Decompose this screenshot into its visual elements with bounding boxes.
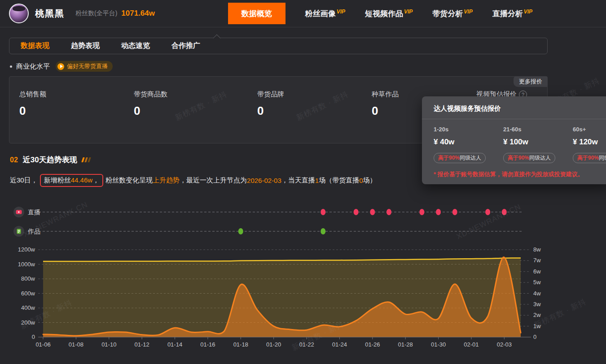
axis-tick-label: 01-22 (299, 341, 314, 348)
quote-col-60s-plus: 60s+ ¥ 120w 高于90% 同级达人 (573, 126, 606, 163)
avatar[interactable] (9, 4, 29, 23)
tab-fans-portrait[interactable]: 粉丝画像VIP (305, 0, 345, 27)
live-event-dot[interactable] (370, 209, 375, 215)
subnav-item-data-performance[interactable]: 数据表现 (21, 41, 49, 51)
percentile-badge: 高于90% 同级达人 (503, 153, 555, 163)
percentile-badge: 高于90% 同级达人 (573, 153, 606, 163)
axis-tick-label: 1w (533, 323, 541, 329)
tab-commerce-analysis[interactable]: 带货分析VIP (432, 0, 472, 27)
axis-tick-label: 01-16 (200, 341, 215, 348)
section-decoration-ticks (82, 157, 90, 162)
stat-seeding-works: 种草作品 0 (372, 90, 399, 118)
section-number: 02 (10, 156, 18, 164)
axis-tick-label: 01-18 (233, 341, 248, 348)
axis-tick-label: 400w (21, 304, 35, 311)
trend-direction: 上升趋势 (153, 176, 180, 185)
commerce-preference-badge: 偏好无带货直播 (56, 61, 113, 72)
axis-tick-label: 600w (21, 290, 35, 297)
stat-total-sales: 总销售额 0 (19, 90, 46, 118)
vip-badge: VIP (404, 9, 413, 15)
axis-tick-label: 01-24 (332, 341, 347, 348)
tab-short-video-works[interactable]: 短视频作品VIP (365, 0, 413, 27)
popup-title: 达人视频服务预估报价 (422, 96, 606, 119)
header: 桃黑黑 粉丝数(全平台) 1071.64w 数据概览 粉丝画像VIP 短视频作品… (0, 0, 606, 27)
axis-tick-label: 02-03 (497, 341, 512, 348)
axis-tick-label: 02-01 (464, 341, 479, 348)
axis-tick-label: 0 (32, 334, 35, 340)
axis-tick-label: 01-28 (398, 341, 413, 348)
main-nav: 数据概览 粉丝画像VIP 短视频作品VIP 带货分析VIP 直播分析VIP (228, 0, 532, 27)
axis-tick-label: 800w (21, 275, 35, 282)
commercialization-label: 商业化水平 (16, 62, 50, 71)
works-event-dot[interactable] (238, 228, 243, 234)
axis-tick-label: 01-30 (431, 341, 446, 348)
account-name: 桃黑黑 (35, 8, 65, 20)
quote-col-1-20s: 1-20s ¥ 40w 高于90% 同级达人 (434, 126, 503, 163)
axis-tick-label: 3w (533, 301, 541, 308)
live-session-count: 1 (315, 177, 319, 184)
coin-play-icon (57, 63, 64, 70)
new-fans-highlight-box: 新增粉丝44.46w， (40, 174, 103, 187)
axis-tick-label: 1000w (18, 261, 35, 268)
fans-count-label: 粉丝数(全平台) (75, 9, 117, 17)
axis-tick-label: 8w (533, 246, 541, 253)
axis-tick-label: 4w (533, 290, 541, 297)
tab-data-overview[interactable]: 数据概览 (228, 3, 285, 24)
vip-badge: VIP (337, 9, 345, 15)
live-event-dot[interactable] (502, 209, 507, 215)
section-trend-header: 02 近30天趋势表现 (10, 155, 90, 165)
axis-tick-label: 6w (533, 268, 541, 275)
live-event-dot[interactable] (436, 209, 441, 215)
axis-tick-label: 200w (21, 319, 35, 326)
fans-count-value: 1071.64w (121, 9, 155, 18)
more-quotes-button[interactable]: 更多报价 (514, 76, 548, 87)
axis-tick-label: 5w (533, 279, 541, 286)
axis-tick-label: 01-06 (35, 341, 50, 348)
live-event-dot[interactable] (386, 209, 391, 215)
video-quote-popup: 达人视频服务预估报价 1-20s ¥ 40w 高于90% 同级达人 21-60s… (422, 96, 606, 184)
works-event-dot[interactable] (321, 228, 325, 234)
bullet-dot (10, 65, 12, 68)
quote-col-21-60s: 21-60s ¥ 100w 高于90% 同级达人 (503, 126, 573, 163)
quote-disclaimer: * 报价基于账号数据估算，请勿直接作为投放或投资建议。 (434, 170, 584, 178)
subnav: 数据表现 趋势表现 动态速览 合作推广 (9, 38, 548, 54)
axis-tick-label: 0 (533, 334, 536, 340)
live-event-dot[interactable] (419, 209, 424, 215)
cargo-live-count: 0 (359, 177, 363, 184)
vip-badge: VIP (464, 9, 472, 15)
trend-summary-sentence: 近30日， 新增粉丝44.46w， 粉丝数变化呈现 上升趋势 ，最近一次上升节点… (10, 174, 376, 187)
section-title: 近30天趋势表现 (23, 155, 77, 165)
vip-badge: VIP (524, 9, 532, 15)
subnav-item-trend-performance[interactable]: 趋势表现 (71, 41, 100, 51)
subnav-item-activity-overview[interactable]: 动态速览 (121, 41, 150, 51)
live-event-dot[interactable] (452, 209, 457, 215)
stat-product-count: 带货商品数 0 (134, 90, 167, 118)
subnav-item-cooperation-promotion[interactable]: 合作推广 (171, 41, 200, 51)
commercialization-row: 商业化水平 偏好无带货直播 (10, 61, 113, 72)
axis-tick-label: 01-14 (167, 341, 182, 348)
axis-tick-label: 1200w (18, 246, 35, 253)
stat-brand-count: 带货品牌 0 (257, 90, 284, 118)
tab-live-analysis[interactable]: 直播分析VIP (492, 0, 532, 27)
axis-tick-label: 01-26 (365, 341, 380, 348)
axis-tick-label: 01-08 (69, 341, 83, 348)
axis-tick-label: 01-12 (135, 341, 149, 348)
rise-date: 2026-02-03 (247, 177, 281, 184)
percentile-badge: 高于90% 同级达人 (434, 153, 486, 163)
axis-tick-label: 7w (533, 257, 541, 264)
live-event-dot[interactable] (485, 209, 490, 215)
axis-tick-label: 01-10 (101, 341, 116, 348)
new-fans-value: 44.46w (71, 176, 92, 184)
axis-tick-label: 2w (533, 312, 541, 318)
axis-tick-label: 01-20 (266, 341, 281, 348)
live-event-dot[interactable] (321, 209, 325, 215)
live-event-dot[interactable] (354, 209, 359, 215)
fans-trend-chart[interactable]: 0200w400w600w800w1000w1200w01w2w3w4w5w6w… (0, 204, 606, 359)
